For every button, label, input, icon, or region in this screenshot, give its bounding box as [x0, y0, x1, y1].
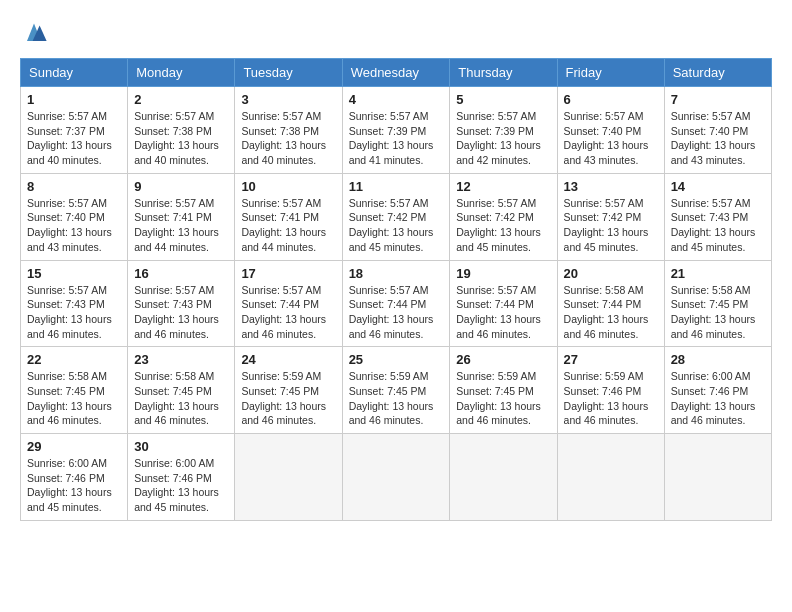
day-number: 11 [349, 179, 444, 194]
day-info: Sunrise: 5:57 AMSunset: 7:43 PMDaylight:… [134, 283, 228, 342]
header [20, 20, 772, 48]
day-cell: 25Sunrise: 5:59 AMSunset: 7:45 PMDayligh… [342, 347, 450, 434]
day-number: 26 [456, 352, 550, 367]
day-number: 20 [564, 266, 658, 281]
day-cell: 13Sunrise: 5:57 AMSunset: 7:42 PMDayligh… [557, 173, 664, 260]
day-cell: 5Sunrise: 5:57 AMSunset: 7:39 PMDaylight… [450, 87, 557, 174]
day-cell [235, 434, 342, 521]
col-header-sunday: Sunday [21, 59, 128, 87]
day-number: 17 [241, 266, 335, 281]
day-cell [664, 434, 771, 521]
day-cell: 10Sunrise: 5:57 AMSunset: 7:41 PMDayligh… [235, 173, 342, 260]
day-info: Sunrise: 5:57 AMSunset: 7:40 PMDaylight:… [671, 109, 765, 168]
day-number: 5 [456, 92, 550, 107]
day-info: Sunrise: 5:57 AMSunset: 7:40 PMDaylight:… [564, 109, 658, 168]
day-cell: 26Sunrise: 5:59 AMSunset: 7:45 PMDayligh… [450, 347, 557, 434]
day-info: Sunrise: 6:00 AMSunset: 7:46 PMDaylight:… [27, 456, 121, 515]
day-info: Sunrise: 5:58 AMSunset: 7:44 PMDaylight:… [564, 283, 658, 342]
day-cell: 8Sunrise: 5:57 AMSunset: 7:40 PMDaylight… [21, 173, 128, 260]
day-info: Sunrise: 5:57 AMSunset: 7:44 PMDaylight:… [349, 283, 444, 342]
week-row-2: 15Sunrise: 5:57 AMSunset: 7:43 PMDayligh… [21, 260, 772, 347]
day-info: Sunrise: 5:57 AMSunset: 7:42 PMDaylight:… [349, 196, 444, 255]
day-info: Sunrise: 5:59 AMSunset: 7:46 PMDaylight:… [564, 369, 658, 428]
day-cell [342, 434, 450, 521]
header-row: SundayMondayTuesdayWednesdayThursdayFrid… [21, 59, 772, 87]
day-cell: 12Sunrise: 5:57 AMSunset: 7:42 PMDayligh… [450, 173, 557, 260]
day-cell: 18Sunrise: 5:57 AMSunset: 7:44 PMDayligh… [342, 260, 450, 347]
day-number: 1 [27, 92, 121, 107]
day-number: 28 [671, 352, 765, 367]
week-row-0: 1Sunrise: 5:57 AMSunset: 7:37 PMDaylight… [21, 87, 772, 174]
day-cell [450, 434, 557, 521]
day-cell: 4Sunrise: 5:57 AMSunset: 7:39 PMDaylight… [342, 87, 450, 174]
day-number: 27 [564, 352, 658, 367]
day-number: 23 [134, 352, 228, 367]
day-number: 3 [241, 92, 335, 107]
day-cell: 1Sunrise: 5:57 AMSunset: 7:37 PMDaylight… [21, 87, 128, 174]
day-cell: 2Sunrise: 5:57 AMSunset: 7:38 PMDaylight… [128, 87, 235, 174]
day-cell: 11Sunrise: 5:57 AMSunset: 7:42 PMDayligh… [342, 173, 450, 260]
day-cell: 27Sunrise: 5:59 AMSunset: 7:46 PMDayligh… [557, 347, 664, 434]
logo [20, 20, 52, 48]
logo-icon [20, 20, 48, 48]
day-info: Sunrise: 5:57 AMSunset: 7:37 PMDaylight:… [27, 109, 121, 168]
day-info: Sunrise: 5:57 AMSunset: 7:41 PMDaylight:… [241, 196, 335, 255]
day-number: 13 [564, 179, 658, 194]
col-header-friday: Friday [557, 59, 664, 87]
day-number: 24 [241, 352, 335, 367]
day-cell: 24Sunrise: 5:59 AMSunset: 7:45 PMDayligh… [235, 347, 342, 434]
day-number: 21 [671, 266, 765, 281]
day-cell: 7Sunrise: 5:57 AMSunset: 7:40 PMDaylight… [664, 87, 771, 174]
col-header-saturday: Saturday [664, 59, 771, 87]
week-row-3: 22Sunrise: 5:58 AMSunset: 7:45 PMDayligh… [21, 347, 772, 434]
day-info: Sunrise: 5:57 AMSunset: 7:38 PMDaylight:… [241, 109, 335, 168]
day-info: Sunrise: 5:57 AMSunset: 7:43 PMDaylight:… [671, 196, 765, 255]
day-info: Sunrise: 5:57 AMSunset: 7:44 PMDaylight:… [241, 283, 335, 342]
day-info: Sunrise: 5:58 AMSunset: 7:45 PMDaylight:… [671, 283, 765, 342]
day-number: 4 [349, 92, 444, 107]
day-number: 30 [134, 439, 228, 454]
col-header-monday: Monday [128, 59, 235, 87]
day-number: 15 [27, 266, 121, 281]
day-info: Sunrise: 5:57 AMSunset: 7:42 PMDaylight:… [564, 196, 658, 255]
day-cell [557, 434, 664, 521]
col-header-wednesday: Wednesday [342, 59, 450, 87]
day-number: 19 [456, 266, 550, 281]
day-info: Sunrise: 5:59 AMSunset: 7:45 PMDaylight:… [349, 369, 444, 428]
day-number: 16 [134, 266, 228, 281]
day-info: Sunrise: 5:57 AMSunset: 7:39 PMDaylight:… [349, 109, 444, 168]
day-info: Sunrise: 5:58 AMSunset: 7:45 PMDaylight:… [134, 369, 228, 428]
day-cell: 23Sunrise: 5:58 AMSunset: 7:45 PMDayligh… [128, 347, 235, 434]
day-number: 25 [349, 352, 444, 367]
day-number: 12 [456, 179, 550, 194]
day-number: 6 [564, 92, 658, 107]
day-cell: 20Sunrise: 5:58 AMSunset: 7:44 PMDayligh… [557, 260, 664, 347]
day-cell: 16Sunrise: 5:57 AMSunset: 7:43 PMDayligh… [128, 260, 235, 347]
day-cell: 21Sunrise: 5:58 AMSunset: 7:45 PMDayligh… [664, 260, 771, 347]
day-info: Sunrise: 5:58 AMSunset: 7:45 PMDaylight:… [27, 369, 121, 428]
day-info: Sunrise: 5:59 AMSunset: 7:45 PMDaylight:… [456, 369, 550, 428]
day-info: Sunrise: 5:57 AMSunset: 7:40 PMDaylight:… [27, 196, 121, 255]
day-cell: 6Sunrise: 5:57 AMSunset: 7:40 PMDaylight… [557, 87, 664, 174]
day-info: Sunrise: 5:57 AMSunset: 7:38 PMDaylight:… [134, 109, 228, 168]
day-cell: 14Sunrise: 5:57 AMSunset: 7:43 PMDayligh… [664, 173, 771, 260]
day-number: 2 [134, 92, 228, 107]
day-cell: 15Sunrise: 5:57 AMSunset: 7:43 PMDayligh… [21, 260, 128, 347]
day-number: 9 [134, 179, 228, 194]
day-info: Sunrise: 5:57 AMSunset: 7:39 PMDaylight:… [456, 109, 550, 168]
day-info: Sunrise: 5:59 AMSunset: 7:45 PMDaylight:… [241, 369, 335, 428]
day-info: Sunrise: 5:57 AMSunset: 7:41 PMDaylight:… [134, 196, 228, 255]
day-info: Sunrise: 5:57 AMSunset: 7:44 PMDaylight:… [456, 283, 550, 342]
day-number: 8 [27, 179, 121, 194]
day-cell: 29Sunrise: 6:00 AMSunset: 7:46 PMDayligh… [21, 434, 128, 521]
day-cell: 19Sunrise: 5:57 AMSunset: 7:44 PMDayligh… [450, 260, 557, 347]
day-number: 18 [349, 266, 444, 281]
day-cell: 3Sunrise: 5:57 AMSunset: 7:38 PMDaylight… [235, 87, 342, 174]
day-info: Sunrise: 5:57 AMSunset: 7:43 PMDaylight:… [27, 283, 121, 342]
day-info: Sunrise: 6:00 AMSunset: 7:46 PMDaylight:… [671, 369, 765, 428]
day-cell: 28Sunrise: 6:00 AMSunset: 7:46 PMDayligh… [664, 347, 771, 434]
day-cell: 17Sunrise: 5:57 AMSunset: 7:44 PMDayligh… [235, 260, 342, 347]
day-cell: 22Sunrise: 5:58 AMSunset: 7:45 PMDayligh… [21, 347, 128, 434]
col-header-thursday: Thursday [450, 59, 557, 87]
day-info: Sunrise: 5:57 AMSunset: 7:42 PMDaylight:… [456, 196, 550, 255]
